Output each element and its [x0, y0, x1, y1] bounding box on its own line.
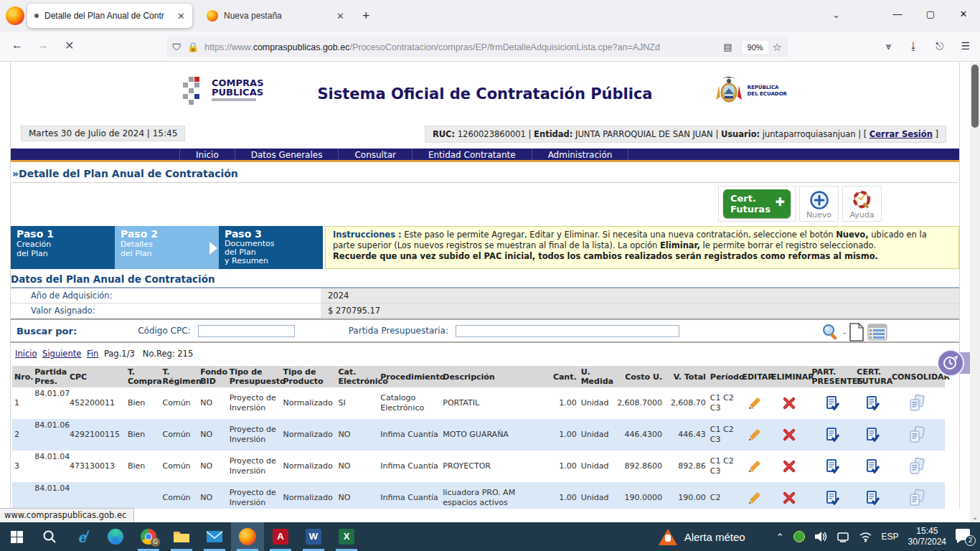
consolidate-pages-icon[interactable] [908, 489, 926, 507]
back-button[interactable]: ← [11, 39, 23, 52]
url-bar[interactable]: 🛡 🔒 https://www.compraspublicas.gob.ec/P… [166, 37, 788, 57]
cert-futura-doc-icon[interactable] [865, 427, 880, 443]
coat-of-arms-icon [715, 75, 743, 107]
nuevo-button[interactable]: Nuevo [799, 186, 839, 222]
volume-icon[interactable] [814, 531, 827, 542]
cell-part-presentes [810, 387, 855, 419]
start-button[interactable] [0, 522, 33, 551]
menu-hamburger-icon[interactable]: ☰ [961, 40, 970, 52]
edit-pencil-icon[interactable] [748, 396, 762, 410]
col-umedida: U. Medida [579, 366, 611, 387]
tab-active[interactable]: Detalle del Plan Anual de Contr ✕ [27, 4, 192, 28]
edit-pencil-icon[interactable] [748, 491, 762, 505]
screencast-icon[interactable] [837, 531, 849, 542]
scrollbar-thumb[interactable] [971, 65, 979, 128]
cell-tcompra: Bien [126, 419, 161, 451]
nav-datos-generales[interactable]: Datos Generales [235, 149, 339, 160]
edit-pencil-icon[interactable] [748, 428, 762, 442]
bookmark-star-icon[interactable]: ☆ [773, 41, 782, 54]
chrome-button[interactable]: G [132, 522, 165, 551]
cert-futura-doc-icon[interactable] [865, 490, 880, 506]
reader-view-icon[interactable]: ▤ [723, 42, 732, 52]
list-view-icon[interactable] [867, 324, 887, 341]
delete-x-icon[interactable] [783, 491, 796, 504]
taskbar-clock[interactable]: 15:4530/7/2024 [908, 526, 946, 547]
internet-explorer-button[interactable]: e̸ [66, 522, 99, 551]
nav-entidad-contratante[interactable]: Entidad Contratante [412, 149, 532, 160]
tab-close-icon[interactable]: ✕ [177, 11, 185, 22]
weather-alert[interactable]: Alerta méteo [659, 529, 745, 545]
page-next-link[interactable]: Siguiente [42, 349, 81, 359]
tray-expand-chevron-icon[interactable]: ⌃ [776, 532, 784, 542]
cert-futuras-button[interactable]: Cert.Futuras ✚ [723, 189, 791, 218]
page-first-link[interactable]: Inicio [15, 349, 37, 359]
participants-doc-icon[interactable] [825, 458, 839, 474]
cell-tipopres: Proyecto de Inversión [227, 387, 281, 419]
assigned-value: $ 270795.17 [321, 303, 959, 318]
participants-doc-icon[interactable] [825, 490, 839, 506]
cert-futura-doc-icon[interactable] [865, 458, 880, 474]
tab-favicon-dot-icon [34, 14, 39, 18]
delete-x-icon[interactable] [783, 397, 796, 410]
nav-consultar[interactable]: Consultar [338, 149, 412, 160]
maximize-button[interactable]: ▢ [914, 0, 947, 29]
cpc-code-input[interactable] [198, 325, 295, 337]
firefox-taskbar-button[interactable] [231, 522, 264, 551]
delete-x-icon[interactable] [783, 460, 796, 473]
step-1[interactable]: Paso 1 Creacióndel Plan [11, 226, 115, 269]
zoom-level[interactable]: 90% [743, 41, 768, 54]
pagination: Inicio Siguiente Fin Pag.1/3 No.Reg: 215 [11, 349, 959, 359]
ayuda-button[interactable]: Ayuda [842, 186, 882, 222]
cert-futura-doc-icon[interactable] [865, 395, 880, 411]
cell-editar [740, 387, 768, 419]
page-scrollbar[interactable]: ⌄ [970, 62, 980, 522]
lock-icon[interactable]: 🔒 [187, 42, 199, 52]
close-button[interactable]: ✕ [947, 0, 980, 29]
tab-new-page[interactable]: Nueva pestaña ✕ [199, 4, 352, 28]
url-text[interactable]: https://www.compraspublicas.gob.ec/Proce… [204, 42, 723, 52]
new-tab-button[interactable]: + [362, 9, 370, 24]
floating-recorder-widget[interactable] [937, 349, 970, 377]
pocket-icon[interactable]: ⩔ [885, 40, 891, 52]
list-tabs-chevron-icon[interactable]: ⌄ [832, 9, 840, 20]
word-button[interactable]: W [297, 522, 330, 551]
wifi-icon[interactable] [859, 532, 872, 542]
search-magnifier-icon[interactable] [821, 323, 840, 342]
nav-inicio[interactable]: Inicio [179, 149, 235, 160]
step-2-current[interactable]: Paso 2 Detallesdel Plan [115, 226, 219, 269]
scrollbar-down-arrow[interactable]: ⌄ [970, 513, 980, 521]
antivirus-tray-icon[interactable] [793, 531, 805, 542]
word-icon: W [306, 529, 321, 545]
stop-button[interactable]: ✕ [65, 39, 74, 52]
step-3[interactable]: Paso 3 Documentosdel Plany Resumen [219, 226, 323, 269]
tab-close-icon[interactable]: ✕ [336, 11, 344, 22]
logout-link[interactable]: Cerrar Sesión [870, 129, 933, 139]
taskbar-search-button[interactable] [33, 522, 66, 551]
notification-center-button[interactable]: 2 [956, 529, 974, 545]
share-icon[interactable]: ⎋ [936, 40, 943, 52]
acrobat-button[interactable]: A [264, 522, 297, 551]
shield-icon[interactable]: 🛡 [172, 42, 182, 52]
document-icon[interactable] [849, 323, 864, 342]
language-indicator[interactable]: ESP [882, 532, 899, 542]
consolidate-pages-icon[interactable] [908, 425, 926, 444]
partida-input[interactable] [456, 325, 679, 337]
forward-button[interactable]: → [37, 39, 49, 52]
table-row: 84.01.04 Común NO Proyecto de Inversión … [12, 482, 945, 509]
delete-x-icon[interactable] [783, 428, 796, 441]
cell-costou: 446.4300 [611, 419, 664, 451]
edge-button[interactable] [99, 522, 132, 551]
page-last-link[interactable]: Fin [87, 349, 98, 359]
nav-administracion[interactable]: Administración [532, 149, 629, 160]
participants-doc-icon[interactable] [825, 395, 839, 411]
minimize-button[interactable]: — [881, 0, 914, 29]
edit-pencil-icon[interactable] [748, 459, 762, 474]
consolidate-pages-icon[interactable] [908, 394, 926, 413]
excel-button[interactable]: X [330, 522, 363, 551]
mail-button[interactable] [198, 522, 231, 551]
download-icon[interactable]: ⭳ [908, 40, 918, 52]
consolidate-pages-icon[interactable] [908, 457, 926, 476]
firefox-icon[interactable] [6, 6, 24, 25]
participants-doc-icon[interactable] [825, 427, 839, 443]
file-explorer-button[interactable] [165, 522, 198, 551]
